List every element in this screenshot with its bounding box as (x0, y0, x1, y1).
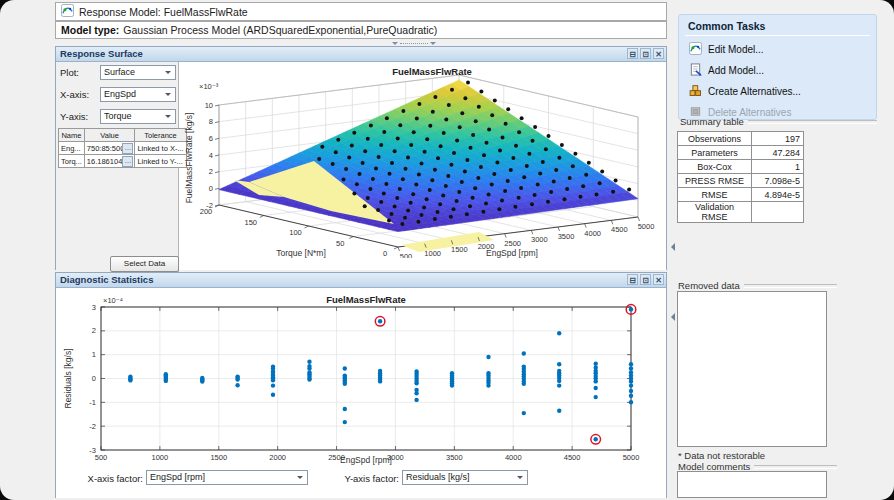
panel-dock-icon[interactable]: ⊡ (640, 274, 651, 285)
svg-text:1: 1 (92, 350, 96, 359)
data-not-restorable-note: * Data not restorable (678, 450, 765, 461)
common-tasks-card: Common Tasks Edit Model...Add Model...Cr… (678, 14, 877, 120)
svg-text:0: 0 (209, 184, 213, 193)
common-tasks-title: Common Tasks (688, 20, 868, 32)
response-surface-panel: Response Surface ⊟ ⊡ ✕ Plot: Surface X-a… (55, 46, 667, 270)
app-window: Response Model: FuelMassFlwRate Model ty… (0, 0, 894, 500)
svg-text:3000: 3000 (531, 235, 548, 244)
task-create-alternatives[interactable]: Create Alternatives... (689, 84, 876, 99)
y-axis-label: Y-axis: (60, 111, 88, 122)
x-factor-dropdown[interactable]: EngSpd [rpm] (146, 470, 308, 485)
removed-data-list[interactable] (677, 291, 827, 447)
svg-text:5000: 5000 (623, 453, 640, 462)
svg-text:1000: 1000 (424, 249, 441, 258)
model-comments-box[interactable] (677, 471, 827, 498)
svg-text:2: 2 (92, 326, 96, 335)
y-factor-label: Y-axis factor: (314, 473, 399, 484)
model-type-value: Gaussian Process Model (ARDSquaredExpone… (123, 24, 437, 36)
svg-text:200: 200 (200, 207, 213, 216)
x-axis-label: X-axis: (60, 89, 89, 100)
svg-text:4500: 4500 (564, 453, 581, 462)
svg-text:FuelMassFlwRate: FuelMassFlwRate (326, 295, 406, 305)
diagnostic-statistics-header[interactable]: Diagnostic Statistics ⊟ ⊡ ✕ (56, 273, 666, 288)
window-title: Response Model: FuelMassFlwRate (79, 6, 248, 18)
svg-text:10: 10 (205, 101, 213, 110)
svg-text:50: 50 (336, 239, 344, 248)
factors-col-name: Name (59, 129, 85, 142)
y-factor-dropdown[interactable]: Residuals [kg/s] (402, 470, 528, 485)
svg-text:8: 8 (209, 117, 213, 126)
x-factor-label: X-axis factor: (56, 473, 143, 484)
select-data-point-button[interactable]: Select Data Point... (110, 256, 179, 272)
task-edit-model[interactable]: Edit Model... (689, 42, 876, 57)
summary-table: Observations197Parameters47.284Box-Cox1P… (677, 131, 804, 223)
svg-text:-2: -2 (89, 422, 96, 431)
svg-text:3500: 3500 (558, 232, 575, 241)
residuals-plot[interactable]: 500100015002000250030003500400045005000-… (59, 295, 663, 467)
plot-label: Plot: (60, 67, 79, 78)
svg-text:FuelMassFlwRate [kg/s]: FuelMassFlwRate [kg/s] (184, 113, 194, 204)
table-row: Validation RMSE (678, 202, 804, 223)
response-model-title-bar: Response Model: FuelMassFlwRate (55, 2, 667, 21)
plot-dropdown[interactable]: Surface (100, 65, 176, 80)
response-surface-controls: Plot: Surface X-axis: EngSpd Y-axis: Tor… (56, 62, 179, 272)
svg-text:Torque [N*m]: Torque [N*m] (276, 248, 326, 258)
svg-text:4000: 4000 (584, 229, 601, 238)
vertical-splitter-collapse-arrow[interactable] (667, 243, 675, 251)
table-row: Observations197 (678, 132, 804, 146)
surface-plot[interactable]: -202468105001000150020002500300035004000… (179, 62, 666, 258)
svg-text:3500: 3500 (446, 453, 463, 462)
svg-text:1500: 1500 (210, 453, 227, 462)
svg-text:×10⁻⁴: ×10⁻⁴ (103, 296, 123, 305)
svg-text:Residuals [kg/s]: Residuals [kg/s] (63, 349, 73, 409)
svg-text:2500: 2500 (504, 239, 521, 248)
response-surface-header[interactable]: Response Surface ⊟ ⊡ ✕ (56, 47, 666, 62)
svg-text:1500: 1500 (451, 245, 468, 254)
panel-close-icon[interactable]: ✕ (653, 274, 664, 285)
edit-value-button[interactable]: … (122, 143, 133, 154)
add-model-icon (689, 63, 702, 78)
y-axis-dropdown[interactable]: Torque (100, 109, 176, 124)
factors-col-value: Value (84, 129, 135, 142)
edit-value-button[interactable]: … (122, 156, 133, 167)
svg-text:4000: 4000 (505, 453, 522, 462)
horizontal-splitter-grip[interactable] (392, 41, 436, 45)
task-add-model[interactable]: Add Model... (689, 63, 876, 78)
model-type-label: Model type: (61, 24, 119, 36)
svg-text:500: 500 (400, 252, 413, 258)
response-surface-title: Response Surface (60, 48, 143, 59)
svg-text:3: 3 (92, 303, 96, 312)
svg-text:2000: 2000 (269, 453, 286, 462)
svg-text:-3: -3 (89, 446, 96, 455)
summary-table-group: Summary table (680, 116, 877, 127)
diagnostic-statistics-title: Diagnostic Statistics (60, 274, 153, 285)
panel-collapse-icon[interactable]: ⊟ (627, 274, 638, 285)
x-axis-dropdown[interactable]: EngSpd (100, 87, 176, 102)
removed-data-group: Removed data (678, 280, 837, 291)
panel-collapse-icon[interactable]: ⊟ (627, 48, 638, 59)
svg-text:4: 4 (209, 151, 213, 160)
svg-text:EngSpd [rpm]: EngSpd [rpm] (340, 455, 392, 465)
svg-text:×10⁻³: ×10⁻³ (199, 82, 219, 91)
vertical-splitter-collapse-arrow[interactable] (667, 313, 675, 321)
diagnostic-statistics-panel: Diagnostic Statistics ⊟ ⊡ ✕ 500100015002… (55, 272, 667, 498)
table-row: RMSE4.894e-5 (678, 188, 804, 202)
table-row[interactable]: Torq...16.186104…Linked to Y-... (59, 155, 187, 168)
model-type-row: Model type: Gaussian Process Model (ARDS… (55, 21, 667, 39)
common-tasks-list: Edit Model...Add Model...Create Alternat… (679, 42, 876, 120)
panel-close-icon[interactable]: ✕ (653, 48, 664, 59)
svg-text:100: 100 (289, 228, 302, 237)
create-alternatives-icon (689, 84, 702, 99)
svg-text:6: 6 (209, 134, 213, 143)
input-factors-table[interactable]: NameValueToleranceEng...750:85:500…Linke… (58, 128, 187, 168)
panel-dock-icon[interactable]: ⊡ (640, 48, 651, 59)
table-row[interactable]: Eng...750:85:500…Linked to X-... (59, 142, 187, 155)
table-row: PRESS RMSE7.098e-5 (678, 174, 804, 188)
edit-model-icon (689, 42, 702, 57)
svg-text:150: 150 (244, 218, 257, 227)
svg-text:1000: 1000 (152, 453, 169, 462)
svg-text:EngSpd [rpm]: EngSpd [rpm] (486, 248, 538, 258)
table-row: Parameters47.284 (678, 146, 804, 160)
svg-text:0: 0 (383, 249, 387, 258)
svg-text:2: 2 (209, 167, 213, 176)
